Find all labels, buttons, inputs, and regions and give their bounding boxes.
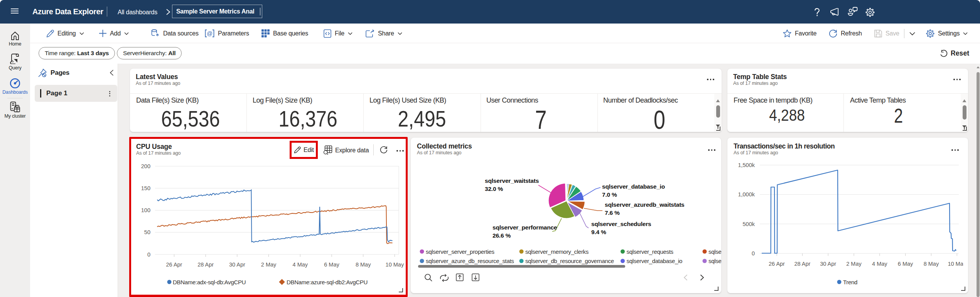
svg-text:sqlserv: sqlserv <box>708 258 721 264</box>
svg-text:sqlserver_server_properties: sqlserver_server_properties <box>426 248 494 255</box>
svg-text:0: 0 <box>147 251 150 258</box>
svg-text:@: @ <box>207 30 213 37</box>
svg-text:sqlserv: sqlserv <box>708 248 721 255</box>
svg-text:sqlserver_memory_clerks: sqlserver_memory_clerks <box>525 248 589 255</box>
svg-text:Trend: Trend <box>843 279 857 285</box>
svg-text:sqlserver_requests: sqlserver_requests <box>627 248 673 255</box>
svg-text:6 May: 6 May <box>898 261 913 267</box>
svg-text:4 May: 4 May <box>872 261 887 267</box>
svg-text:1,500k: 1,500k <box>738 162 755 168</box>
svg-text:2 May: 2 May <box>261 262 277 268</box>
svg-text:30 Apr: 30 Apr <box>229 262 245 268</box>
svg-text:sqlserver_db_resource_governan: sqlserver_db_resource_governance <box>525 258 614 264</box>
svg-text:6 May: 6 May <box>324 262 339 268</box>
svg-text:0: 0 <box>752 250 755 256</box>
svg-text:DBName:adx-sql-db:AvgCPU: DBName:adx-sql-db:AvgCPU <box>173 279 246 285</box>
svg-text:sqlserver_azure_db_resource_st: sqlserver_azure_db_resource_stats <box>426 258 514 264</box>
svg-text:1,000k: 1,000k <box>738 191 755 197</box>
svg-text:DBName:azure-sql-db2:AvgCPU: DBName:azure-sql-db2:AvgCPU <box>287 279 368 285</box>
svg-text:200: 200 <box>141 163 150 169</box>
svg-text:28 Apr: 28 Apr <box>794 261 810 267</box>
svg-text:sqlserver_database_io: sqlserver_database_io <box>627 258 683 264</box>
svg-text:2 May: 2 May <box>846 261 862 267</box>
svg-text:28 Apr: 28 Apr <box>197 262 214 268</box>
svg-text:50: 50 <box>144 229 150 235</box>
svg-text:8 May: 8 May <box>924 261 939 267</box>
svg-text:30 Apr: 30 Apr <box>820 261 836 267</box>
svg-text:100: 100 <box>141 207 150 213</box>
svg-text:8 May: 8 May <box>356 262 371 268</box>
svg-text:10 May: 10 May <box>948 261 963 267</box>
svg-text:26 Apr: 26 Apr <box>166 262 182 268</box>
svg-text:500k: 500k <box>743 221 755 227</box>
svg-text:150: 150 <box>141 185 150 191</box>
svg-text:4 May: 4 May <box>293 262 308 268</box>
svg-text:26 Apr: 26 Apr <box>769 261 785 267</box>
svg-text:10 May: 10 May <box>386 262 404 268</box>
